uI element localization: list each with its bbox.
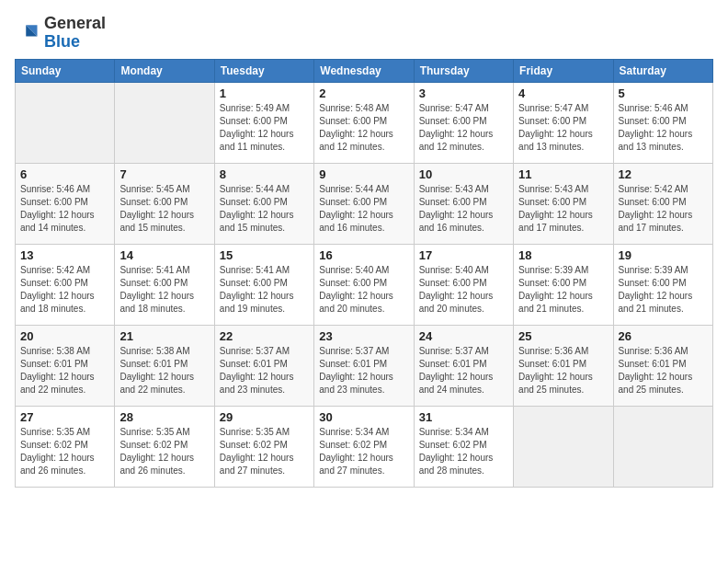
- weekday-header-friday: Friday: [514, 59, 613, 82]
- calendar-cell: 25Sunrise: 5:36 AM Sunset: 6:01 PM Dayli…: [514, 325, 613, 406]
- weekday-header-wednesday: Wednesday: [314, 59, 414, 82]
- calendar-cell: 30Sunrise: 5:34 AM Sunset: 6:02 PM Dayli…: [314, 406, 414, 487]
- calendar-cell: 17Sunrise: 5:40 AM Sunset: 6:00 PM Dayli…: [414, 244, 513, 325]
- day-number: 27: [20, 410, 109, 424]
- day-info: Sunrise: 5:34 AM Sunset: 6:02 PM Dayligh…: [419, 426, 508, 477]
- day-number: 20: [20, 329, 109, 343]
- calendar-cell: 31Sunrise: 5:34 AM Sunset: 6:02 PM Dayli…: [414, 406, 513, 487]
- calendar-cell: 14Sunrise: 5:41 AM Sunset: 6:00 PM Dayli…: [115, 244, 214, 325]
- day-info: Sunrise: 5:37 AM Sunset: 6:01 PM Dayligh…: [220, 345, 309, 396]
- calendar-cell: 2Sunrise: 5:48 AM Sunset: 6:00 PM Daylig…: [314, 82, 414, 163]
- calendar-cell: 5Sunrise: 5:46 AM Sunset: 6:00 PM Daylig…: [613, 82, 712, 163]
- day-number: 15: [220, 248, 309, 262]
- day-info: Sunrise: 5:40 AM Sunset: 6:00 PM Dayligh…: [419, 264, 508, 316]
- day-number: 18: [518, 248, 608, 262]
- day-info: Sunrise: 5:37 AM Sunset: 6:01 PM Dayligh…: [419, 345, 508, 396]
- calendar-cell: [514, 406, 613, 487]
- day-number: 26: [619, 329, 708, 343]
- day-number: 3: [419, 86, 508, 100]
- day-info: Sunrise: 5:38 AM Sunset: 6:01 PM Dayligh…: [20, 345, 109, 396]
- calendar-cell: 4Sunrise: 5:47 AM Sunset: 6:00 PM Daylig…: [514, 82, 613, 163]
- day-info: Sunrise: 5:35 AM Sunset: 6:02 PM Dayligh…: [220, 426, 309, 477]
- day-info: Sunrise: 5:40 AM Sunset: 6:00 PM Dayligh…: [319, 264, 408, 316]
- logo: GeneralBlue: [15, 15, 106, 52]
- day-number: 22: [220, 329, 309, 343]
- day-info: Sunrise: 5:41 AM Sunset: 6:00 PM Dayligh…: [119, 264, 209, 316]
- day-info: Sunrise: 5:35 AM Sunset: 6:02 PM Dayligh…: [119, 426, 209, 477]
- calendar-cell: 20Sunrise: 5:38 AM Sunset: 6:01 PM Dayli…: [16, 325, 115, 406]
- day-number: 12: [619, 167, 708, 181]
- calendar-week-row: 13Sunrise: 5:42 AM Sunset: 6:00 PM Dayli…: [16, 244, 713, 325]
- day-number: 17: [419, 248, 508, 262]
- day-info: Sunrise: 5:39 AM Sunset: 6:00 PM Dayligh…: [619, 264, 708, 316]
- day-number: 5: [619, 86, 708, 100]
- calendar-cell: 13Sunrise: 5:42 AM Sunset: 6:00 PM Dayli…: [16, 244, 115, 325]
- calendar-cell: 12Sunrise: 5:42 AM Sunset: 6:00 PM Dayli…: [613, 163, 712, 244]
- day-info: Sunrise: 5:43 AM Sunset: 6:00 PM Dayligh…: [419, 183, 508, 235]
- calendar-cell: [115, 82, 214, 163]
- day-info: Sunrise: 5:36 AM Sunset: 6:01 PM Dayligh…: [619, 345, 708, 396]
- weekday-header-tuesday: Tuesday: [214, 59, 313, 82]
- calendar-cell: 8Sunrise: 5:44 AM Sunset: 6:00 PM Daylig…: [214, 163, 313, 244]
- weekday-header-row: SundayMondayTuesdayWednesdayThursdayFrid…: [16, 59, 713, 82]
- calendar-cell: 11Sunrise: 5:43 AM Sunset: 6:00 PM Dayli…: [514, 163, 613, 244]
- day-info: Sunrise: 5:45 AM Sunset: 6:00 PM Dayligh…: [119, 183, 209, 235]
- day-info: Sunrise: 5:44 AM Sunset: 6:00 PM Dayligh…: [319, 183, 408, 235]
- day-number: 21: [119, 329, 209, 343]
- day-number: 6: [20, 167, 109, 181]
- calendar-cell: 1Sunrise: 5:49 AM Sunset: 6:00 PM Daylig…: [214, 82, 313, 163]
- day-info: Sunrise: 5:38 AM Sunset: 6:01 PM Dayligh…: [119, 345, 209, 396]
- calendar-week-row: 6Sunrise: 5:46 AM Sunset: 6:00 PM Daylig…: [16, 163, 713, 244]
- day-info: Sunrise: 5:42 AM Sunset: 6:00 PM Dayligh…: [619, 183, 708, 235]
- day-number: 8: [220, 167, 309, 181]
- weekday-header-monday: Monday: [115, 59, 214, 82]
- day-number: 23: [319, 329, 408, 343]
- day-info: Sunrise: 5:35 AM Sunset: 6:02 PM Dayligh…: [20, 426, 109, 477]
- calendar-cell: 29Sunrise: 5:35 AM Sunset: 6:02 PM Dayli…: [214, 406, 313, 487]
- calendar-cell: 28Sunrise: 5:35 AM Sunset: 6:02 PM Dayli…: [115, 406, 214, 487]
- calendar-cell: 15Sunrise: 5:41 AM Sunset: 6:00 PM Dayli…: [214, 244, 313, 325]
- calendar-cell: 3Sunrise: 5:47 AM Sunset: 6:00 PM Daylig…: [414, 82, 513, 163]
- logo-icon: [15, 20, 40, 46]
- day-info: Sunrise: 5:37 AM Sunset: 6:01 PM Dayligh…: [319, 345, 408, 396]
- day-number: 11: [518, 167, 608, 181]
- day-info: Sunrise: 5:47 AM Sunset: 6:00 PM Dayligh…: [518, 102, 608, 154]
- weekday-header-sunday: Sunday: [16, 59, 115, 82]
- calendar-cell: 19Sunrise: 5:39 AM Sunset: 6:00 PM Dayli…: [613, 244, 712, 325]
- page-header: GeneralBlue: [15, 15, 713, 52]
- day-number: 10: [419, 167, 508, 181]
- day-number: 14: [119, 248, 209, 262]
- day-number: 7: [119, 167, 209, 181]
- day-info: Sunrise: 5:34 AM Sunset: 6:02 PM Dayligh…: [319, 426, 408, 477]
- calendar-cell: 18Sunrise: 5:39 AM Sunset: 6:00 PM Dayli…: [514, 244, 613, 325]
- day-number: 24: [419, 329, 508, 343]
- calendar-table: SundayMondayTuesdayWednesdayThursdayFrid…: [15, 59, 713, 488]
- day-info: Sunrise: 5:44 AM Sunset: 6:00 PM Dayligh…: [220, 183, 309, 235]
- day-number: 4: [518, 86, 608, 100]
- day-info: Sunrise: 5:48 AM Sunset: 6:00 PM Dayligh…: [319, 102, 408, 154]
- calendar-cell: 22Sunrise: 5:37 AM Sunset: 6:01 PM Dayli…: [214, 325, 313, 406]
- day-number: 31: [419, 410, 508, 424]
- day-info: Sunrise: 5:49 AM Sunset: 6:00 PM Dayligh…: [220, 102, 309, 154]
- day-number: 30: [319, 410, 408, 424]
- day-number: 16: [319, 248, 408, 262]
- calendar-cell: 27Sunrise: 5:35 AM Sunset: 6:02 PM Dayli…: [16, 406, 115, 487]
- calendar-cell: 23Sunrise: 5:37 AM Sunset: 6:01 PM Dayli…: [314, 325, 414, 406]
- day-number: 25: [518, 329, 608, 343]
- day-number: 19: [619, 248, 708, 262]
- calendar-cell: 26Sunrise: 5:36 AM Sunset: 6:01 PM Dayli…: [613, 325, 712, 406]
- day-info: Sunrise: 5:47 AM Sunset: 6:00 PM Dayligh…: [419, 102, 508, 154]
- day-number: 2: [319, 86, 408, 100]
- calendar-cell: 9Sunrise: 5:44 AM Sunset: 6:00 PM Daylig…: [314, 163, 414, 244]
- calendar-week-row: 20Sunrise: 5:38 AM Sunset: 6:01 PM Dayli…: [16, 325, 713, 406]
- day-info: Sunrise: 5:39 AM Sunset: 6:00 PM Dayligh…: [518, 264, 608, 316]
- weekday-header-thursday: Thursday: [414, 59, 513, 82]
- day-info: Sunrise: 5:46 AM Sunset: 6:00 PM Dayligh…: [20, 183, 109, 235]
- calendar-cell: 6Sunrise: 5:46 AM Sunset: 6:00 PM Daylig…: [16, 163, 115, 244]
- day-info: Sunrise: 5:43 AM Sunset: 6:00 PM Dayligh…: [518, 183, 608, 235]
- day-number: 13: [20, 248, 109, 262]
- calendar-cell: [16, 82, 115, 163]
- calendar-cell: 24Sunrise: 5:37 AM Sunset: 6:01 PM Dayli…: [414, 325, 513, 406]
- day-number: 1: [220, 86, 309, 100]
- day-number: 29: [220, 410, 309, 424]
